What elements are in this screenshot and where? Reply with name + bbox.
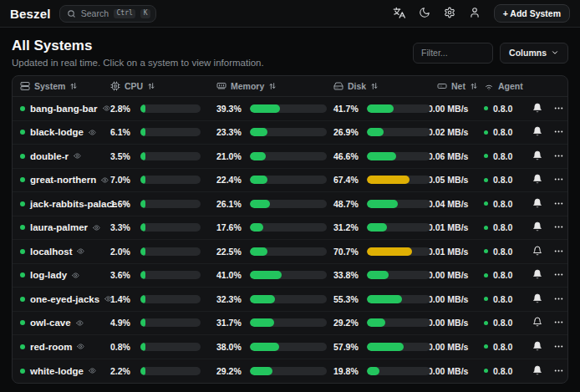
user-icon[interactable] xyxy=(469,7,481,20)
columns-dropdown-button[interactable]: Columns xyxy=(500,43,568,64)
add-system-button[interactable]: + Add System xyxy=(494,4,570,23)
column-label-net: Net xyxy=(451,81,466,91)
system-row[interactable]: one-eyed-jacks 1.4% 32.3% 55.3% 0.00 MB/… xyxy=(13,288,567,312)
agent-version: 0.8.0 xyxy=(493,366,512,376)
net-value: 0.00 MB/s xyxy=(427,318,484,328)
systems-table: SystemCPUMemoryDiskNetAgent bang-bang-ba… xyxy=(12,75,568,384)
moon-icon[interactable] xyxy=(419,7,430,20)
column-header-memory[interactable]: Memory xyxy=(216,81,333,91)
disk-value: 19.8% xyxy=(333,366,367,376)
row-actions-menu-button[interactable] xyxy=(553,198,564,210)
system-row[interactable]: laura-palmer 3.3% 17.6% 31.2% 0.01 MB/s … xyxy=(13,216,567,241)
cpu-icon xyxy=(110,81,120,91)
agent-status-dot xyxy=(484,369,488,373)
disk-value: 26.9% xyxy=(333,127,367,137)
cpu-bar xyxy=(140,176,201,184)
system-row[interactable]: bang-bang-bar 2.8% 39.3% 41.7% 0.00 MB/s… xyxy=(13,97,567,121)
alerts-bell-button[interactable] xyxy=(532,174,542,186)
alerts-bell-button[interactable] xyxy=(532,293,542,305)
app-logo[interactable]: Beszel xyxy=(10,7,51,21)
view-icon xyxy=(93,224,100,232)
status-dot xyxy=(20,225,25,230)
row-actions-menu-button[interactable] xyxy=(553,246,564,257)
row-actions-menu-button[interactable] xyxy=(553,365,564,377)
column-header-net[interactable]: Net xyxy=(427,81,484,91)
disk-value: 70.7% xyxy=(333,247,367,257)
disk-value: 41.7% xyxy=(333,104,367,114)
net-value: 0.06 MB/s xyxy=(427,151,484,161)
cpu-bar xyxy=(140,343,201,351)
agent-status-dot xyxy=(484,273,488,277)
column-header-disk[interactable]: Disk xyxy=(333,81,427,91)
filter-input[interactable] xyxy=(413,43,493,64)
disk-bar xyxy=(367,176,430,184)
agent-status-dot xyxy=(484,106,488,110)
agent-version: 0.8.0 xyxy=(493,342,512,352)
system-row[interactable]: localhost 2.0% 22.5% 70.7% 0.01 MB/s 0.8… xyxy=(13,240,567,264)
shortcut-key-k: K xyxy=(140,9,150,18)
view-icon xyxy=(103,104,110,112)
net-value: 0.00 MB/s xyxy=(427,270,484,280)
cpu-bar xyxy=(140,104,201,113)
status-dot xyxy=(20,320,25,325)
row-actions-menu-button[interactable] xyxy=(553,150,564,162)
search-input[interactable]: Search Ctrl K xyxy=(59,5,156,23)
alerts-bell-button[interactable] xyxy=(532,126,542,138)
net-value: 0.01 MB/s xyxy=(427,222,484,232)
alerts-bell-button[interactable] xyxy=(532,341,542,353)
cpu-value: 0.8% xyxy=(110,342,140,352)
view-icon xyxy=(89,129,96,136)
net-value: 0.02 MB/s xyxy=(427,127,484,137)
system-row[interactable]: red-room 0.8% 38.0% 57.9% 0.00 MB/s 0.8.… xyxy=(13,335,567,359)
cpu-value: 7.0% xyxy=(110,175,140,185)
gear-icon[interactable] xyxy=(444,7,455,20)
cpu-value: 1.4% xyxy=(110,294,140,304)
disk-bar xyxy=(367,367,430,375)
alerts-bell-button[interactable] xyxy=(532,103,542,115)
row-actions-menu-button[interactable] xyxy=(553,341,564,353)
cpu-value: 3.5% xyxy=(110,151,140,161)
memory-bar xyxy=(250,343,327,351)
row-actions-menu-button[interactable] xyxy=(553,103,564,115)
alerts-bell-button[interactable] xyxy=(532,246,542,257)
disk-bar xyxy=(367,318,430,327)
network-icon xyxy=(437,81,447,91)
alerts-bell-button[interactable] xyxy=(532,269,542,281)
alerts-bell-button[interactable] xyxy=(532,198,542,210)
system-row[interactable]: black-lodge 6.1% 23.3% 26.9% 0.02 MB/s 0… xyxy=(13,121,567,145)
system-row[interactable]: owl-cave 4.9% 31.7% 29.2% 0.00 MB/s 0.8.… xyxy=(13,312,567,336)
alerts-bell-button[interactable] xyxy=(532,365,542,377)
alerts-bell-button[interactable] xyxy=(532,317,542,328)
column-label-cpu: CPU xyxy=(125,81,143,91)
row-actions-menu-button[interactable] xyxy=(553,221,564,233)
system-row[interactable]: double-r 3.5% 21.0% 46.6% 0.06 MB/s 0.8.… xyxy=(13,145,567,169)
row-actions-menu-button[interactable] xyxy=(553,126,564,138)
system-row[interactable]: log-lady 3.6% 41.0% 33.8% 0.00 MB/s 0.8.… xyxy=(13,264,567,288)
system-row[interactable]: great-northern 7.0% 22.4% 67.4% 0.05 MB/… xyxy=(13,169,567,193)
cpu-value: 3.6% xyxy=(110,270,140,280)
system-row[interactable]: white-lodge 2.2% 29.2% 19.8% 0.00 MB/s 0… xyxy=(13,359,567,384)
memory-bar xyxy=(250,295,327,303)
row-actions-menu-button[interactable] xyxy=(553,269,564,281)
row-actions-menu-button[interactable] xyxy=(553,174,564,186)
cpu-value: 2.0% xyxy=(110,247,140,257)
table-body: bang-bang-bar 2.8% 39.3% 41.7% 0.00 MB/s… xyxy=(13,97,567,383)
view-icon xyxy=(72,272,79,279)
sort-icon xyxy=(470,82,478,90)
column-header-cpu[interactable]: CPU xyxy=(110,81,216,91)
column-header-agent[interactable]: Agent xyxy=(484,81,532,91)
row-actions-menu-button[interactable] xyxy=(553,293,564,305)
disk-bar xyxy=(367,295,430,303)
column-header-system[interactable]: System xyxy=(13,81,110,91)
language-icon[interactable] xyxy=(393,7,405,20)
disk-bar xyxy=(367,271,430,279)
row-actions-menu-button[interactable] xyxy=(553,317,564,328)
column-label-memory: Memory xyxy=(231,81,264,91)
status-dot xyxy=(20,130,25,135)
status-dot xyxy=(20,249,25,254)
alerts-bell-button[interactable] xyxy=(532,221,542,233)
system-row[interactable]: jack-rabbits-palace 1.6% 26.1% 48.7% 0.0… xyxy=(13,192,567,216)
status-dot xyxy=(20,297,25,302)
system-name: laura-palmer xyxy=(30,222,88,232)
alerts-bell-button[interactable] xyxy=(532,150,542,162)
